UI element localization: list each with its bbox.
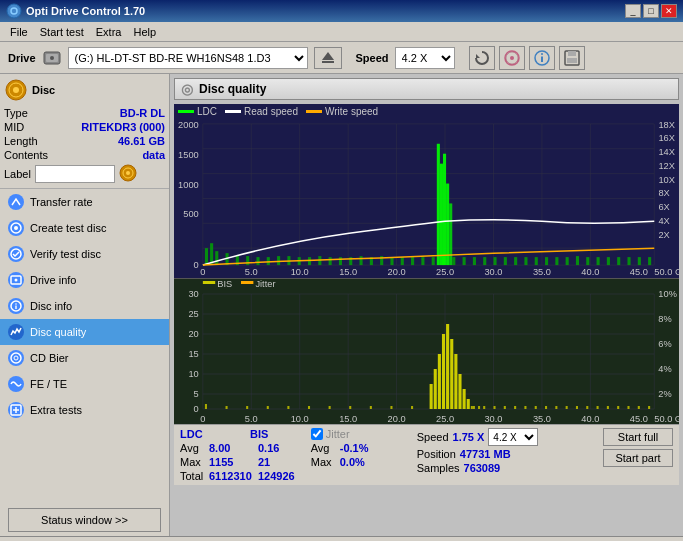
maximize-button[interactable]: □ — [643, 4, 659, 18]
speed-select-stats[interactable]: 4.2 X — [488, 428, 538, 446]
sidebar-item-drive-info[interactable]: Drive info — [0, 267, 169, 293]
menu-help[interactable]: Help — [127, 24, 162, 40]
bis-max: 21 — [258, 456, 293, 468]
svg-text:6%: 6% — [658, 339, 671, 349]
svg-text:10%: 10% — [658, 289, 677, 299]
legend-write-speed-label: Write speed — [325, 106, 378, 117]
window-controls: _ □ ✕ — [625, 4, 677, 18]
sidebar-item-create-test-disc[interactable]: Create test disc — [0, 215, 169, 241]
disc-length-value: 46.61 GB — [118, 135, 165, 147]
svg-rect-124 — [638, 257, 641, 265]
disc-button[interactable] — [499, 46, 525, 70]
disc-label-icon[interactable] — [119, 164, 137, 184]
sidebar-item-cd-bier[interactable]: CD Bier — [0, 345, 169, 371]
svg-point-27 — [15, 279, 18, 282]
disc-length-row: Length 46.61 GB — [4, 134, 165, 148]
svg-text:15.0: 15.0 — [339, 267, 357, 277]
upper-chart: LDC Read speed Write speed — [174, 104, 679, 279]
jitter-checkbox[interactable] — [311, 428, 323, 440]
panel-title-icon: ◎ — [181, 81, 193, 97]
menu-start-test[interactable]: Start test — [34, 24, 90, 40]
svg-rect-190 — [467, 399, 470, 409]
menu-extra[interactable]: Extra — [90, 24, 128, 40]
svg-text:25.0: 25.0 — [436, 414, 454, 424]
sidebar-item-extra-tests[interactable]: Extra tests — [0, 397, 169, 423]
sidebar-item-fe-te-label: FE / TE — [30, 378, 67, 390]
sidebar-item-drive-info-label: Drive info — [30, 274, 76, 286]
svg-text:14X: 14X — [658, 147, 675, 157]
svg-text:0: 0 — [200, 414, 205, 424]
refresh-button[interactable] — [469, 46, 495, 70]
svg-rect-189 — [463, 389, 466, 409]
ldc-avg: 8.00 — [209, 442, 254, 454]
svg-text:0: 0 — [194, 260, 199, 270]
cd-bier-icon — [8, 350, 24, 366]
sidebar-item-extra-tests-label: Extra tests — [30, 404, 82, 416]
svg-text:5: 5 — [194, 389, 199, 399]
svg-text:50.0 GB: 50.0 GB — [654, 414, 679, 424]
svg-rect-210 — [648, 406, 650, 409]
sidebar-item-disc-quality[interactable]: Disc quality — [0, 319, 169, 345]
disc-label-input[interactable] — [35, 165, 115, 183]
svg-rect-183 — [438, 354, 441, 409]
jitter-label: Jitter — [326, 428, 350, 440]
legend-ldc-label: LDC — [197, 106, 217, 117]
svg-point-22 — [126, 171, 130, 175]
svg-rect-104 — [446, 184, 449, 266]
svg-rect-112 — [514, 257, 517, 265]
info-button[interactable] — [529, 46, 555, 70]
disc-info-icon — [8, 298, 24, 314]
svg-point-32 — [14, 356, 18, 360]
speed-section: Speed 1.75 X 4.2 X Position 47731 MB Sam… — [417, 428, 539, 482]
bis-avg: 0.16 — [258, 442, 293, 454]
start-part-button[interactable]: Start part — [603, 449, 673, 467]
svg-rect-123 — [627, 257, 630, 265]
speed-label: Speed — [356, 52, 389, 64]
eject-button[interactable] — [314, 47, 342, 69]
svg-text:30: 30 — [188, 289, 198, 299]
sidebar: Disc Type BD-R DL MID RITEKDR3 (000) Len… — [0, 74, 170, 536]
svg-rect-193 — [478, 406, 480, 409]
start-full-button[interactable]: Start full — [603, 428, 673, 446]
speed-info-label: Speed — [417, 431, 449, 443]
svg-text:Jitter: Jitter — [255, 279, 275, 289]
sidebar-item-transfer-rate[interactable]: Transfer rate — [0, 189, 169, 215]
svg-rect-107 — [463, 257, 466, 265]
close-button[interactable]: ✕ — [661, 4, 677, 18]
sidebar-item-disc-info[interactable]: Disc info — [0, 293, 169, 319]
svg-text:8X: 8X — [658, 189, 669, 199]
sidebar-item-verify-test-disc[interactable]: Verify test disc — [0, 241, 169, 267]
svg-rect-172 — [246, 406, 248, 409]
sidebar-item-disc-info-label: Disc info — [30, 300, 72, 312]
svg-rect-13 — [541, 56, 543, 62]
svg-rect-179 — [390, 406, 392, 409]
samples-value: 763089 — [464, 462, 501, 474]
save-button[interactable] — [559, 46, 585, 70]
fe-te-icon — [8, 376, 24, 392]
svg-text:10X: 10X — [658, 175, 675, 185]
svg-rect-143 — [203, 281, 215, 284]
svg-rect-16 — [567, 58, 577, 63]
svg-text:30.0: 30.0 — [484, 267, 502, 277]
menu-file[interactable]: File — [4, 24, 34, 40]
sidebar-item-fe-te[interactable]: FE / TE — [0, 371, 169, 397]
svg-rect-98 — [421, 257, 424, 265]
svg-text:10.0: 10.0 — [291, 267, 309, 277]
svg-rect-208 — [627, 406, 629, 409]
svg-rect-105 — [449, 203, 452, 265]
speed-select[interactable]: 4.2 X — [395, 47, 455, 69]
sidebar-item-create-test-disc-label: Create test disc — [30, 222, 106, 234]
minimize-button[interactable]: _ — [625, 4, 641, 18]
drive-select[interactable]: (G:) HL-DT-ST BD-RE WH16NS48 1.D3 — [68, 47, 308, 69]
avg-label: Avg — [180, 442, 205, 454]
svg-rect-78 — [215, 251, 218, 265]
svg-rect-82 — [256, 257, 259, 265]
svg-text:4%: 4% — [658, 364, 671, 374]
svg-rect-103 — [443, 154, 446, 265]
svg-rect-84 — [277, 256, 280, 265]
app-title: Opti Drive Control 1.70 — [26, 5, 625, 17]
max-label: Max — [180, 456, 205, 468]
status-window-button[interactable]: Status window >> — [8, 508, 161, 532]
svg-rect-201 — [555, 406, 557, 409]
svg-rect-111 — [504, 257, 507, 265]
